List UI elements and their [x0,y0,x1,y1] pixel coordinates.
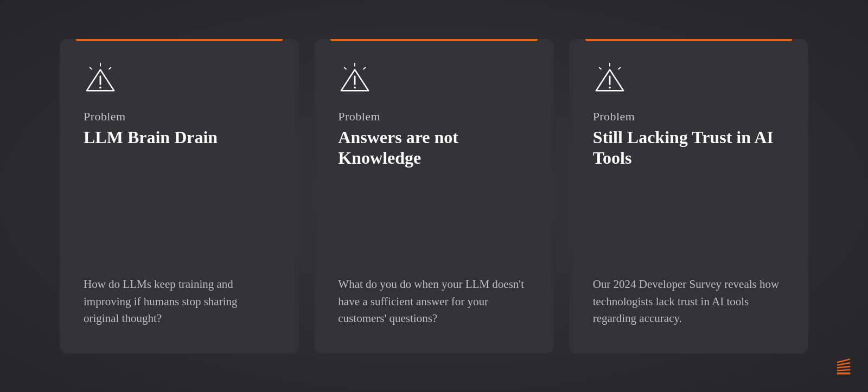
card-2-label: Problem [338,110,529,124]
stack-overflow-icon [833,357,854,380]
svg-line-7 [344,67,346,69]
card-2-title: Answers are not Knowledge [338,127,529,169]
svg-line-1 [109,67,111,69]
svg-rect-18 [837,362,851,366]
svg-rect-16 [837,369,851,371]
svg-line-6 [363,67,365,69]
card-3-label: Problem [593,110,784,124]
warning-icon-2 [338,61,372,94]
card-3-description: Our 2024 Developer Survey reveals how te… [593,276,784,327]
svg-line-2 [90,67,92,69]
svg-rect-17 [837,366,851,369]
card-3-title: Still Lacking Trust in AI Tools [593,127,784,169]
card-1-label: Problem [84,110,275,124]
card-1-title: LLM Brain Drain [84,127,275,147]
svg-line-11 [618,67,620,69]
card-2-description: What do you do when your LLM doesn't hav… [338,276,529,327]
svg-line-12 [599,67,601,69]
svg-point-14 [609,86,611,88]
card-1-description: How do LLMs keep training and improving … [84,276,275,327]
warning-icon-3 [593,61,627,94]
svg-point-4 [99,86,101,88]
problem-card-3: Problem Still Lacking Trust in AI Tools … [569,39,808,354]
problem-card-2: Problem Answers are not Knowledge What d… [314,39,553,354]
svg-rect-15 [837,372,851,374]
cards-container: Problem LLM Brain Drain How do LLMs keep… [27,39,841,354]
svg-rect-19 [837,358,851,363]
warning-icon-1 [84,61,117,94]
svg-point-9 [354,86,356,88]
problem-card-1: Problem LLM Brain Drain How do LLMs keep… [60,39,299,354]
